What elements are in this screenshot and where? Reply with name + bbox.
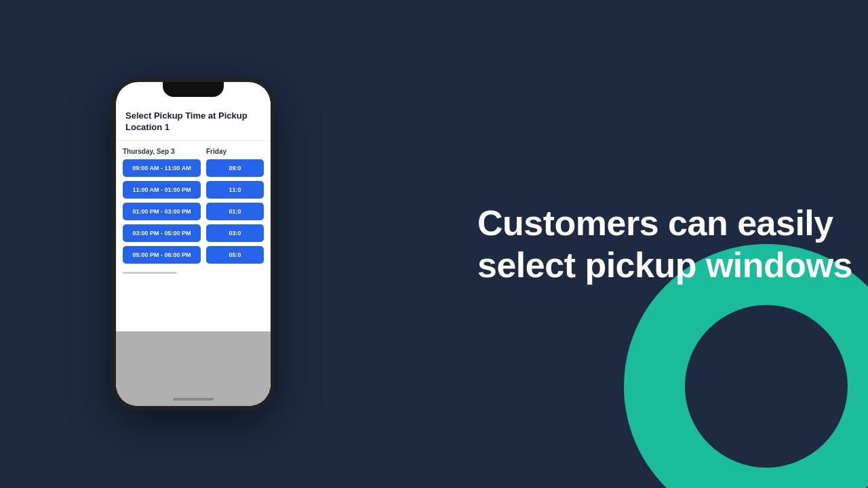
day-headers: Thursday, Sep 3 Friday (116, 141, 271, 159)
screen-title: Select Pickup Time at Pickup Location 1 (125, 110, 261, 134)
phone-notch (163, 82, 224, 97)
screen-content: Select Pickup Time at Pickup Location 1 … (116, 101, 271, 406)
phone-bottom-area (116, 331, 271, 406)
slot-thu-3[interactable]: 01:00 PM - 03:00 PM (123, 203, 201, 220)
headline: Customers can easily select pickup windo… (477, 202, 857, 287)
time-slots-area: 09:00 AM - 11:00 AM 11:00 AM - 01:00 PM … (116, 159, 271, 264)
screen-body: Thursday, Sep 3 Friday 09:00 AM - 11:00 … (116, 141, 271, 274)
friday-slots: 09:0 11:0 01:0 03:0 05:0 (206, 159, 264, 264)
slot-fri-2[interactable]: 11:0 (206, 181, 264, 199)
slot-fri-5[interactable]: 05:0 (206, 246, 264, 264)
slot-fri-3[interactable]: 01:0 (206, 203, 264, 220)
thursday-slots: 09:00 AM - 11:00 AM 11:00 AM - 01:00 PM … (123, 159, 201, 264)
phone-mockup: Select Pickup Time at Pickup Location 1 … (112, 78, 275, 410)
phone-screen: Select Pickup Time at Pickup Location 1 … (116, 82, 271, 406)
screen-header: Select Pickup Time at Pickup Location 1 (116, 101, 271, 141)
slot-fri-1[interactable]: 09:0 (206, 159, 264, 177)
thursday-header: Thursday, Sep 3 (123, 148, 201, 155)
home-indicator (173, 398, 214, 401)
headline-line2: select pickup windows (477, 245, 852, 285)
phone-outer-frame: Select Pickup Time at Pickup Location 1 … (112, 78, 275, 410)
scroll-indicator (123, 272, 177, 274)
headline-line1: Customers can easily (477, 203, 833, 243)
slot-thu-2[interactable]: 11:00 AM - 01:00 PM (123, 181, 201, 199)
friday-header: Friday (206, 148, 226, 155)
slot-thu-4[interactable]: 03:00 PM - 05:00 PM (123, 224, 201, 242)
slot-thu-1[interactable]: 09:00 AM - 11:00 AM (123, 159, 201, 177)
right-content: Customers can easily select pickup windo… (477, 202, 857, 287)
slot-fri-4[interactable]: 03:0 (206, 224, 264, 242)
slot-thu-5[interactable]: 05:00 PM - 06:00 PM (123, 246, 201, 264)
